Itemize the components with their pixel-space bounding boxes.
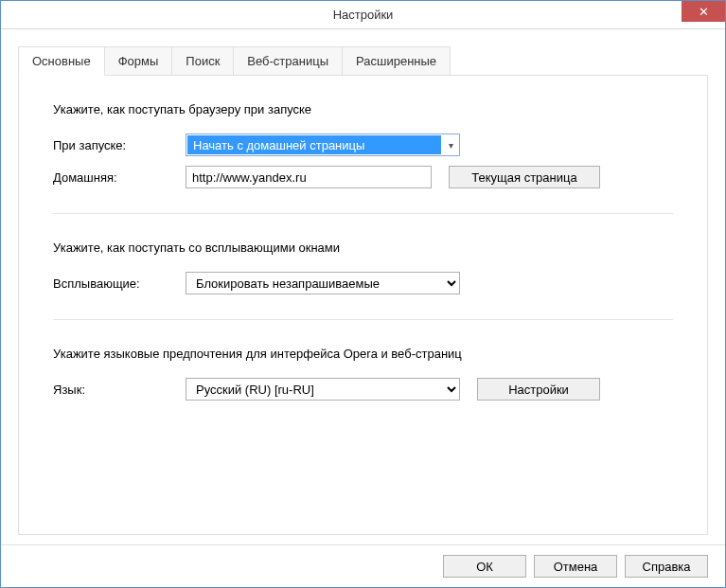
homepage-row: Домашняя: Текущая страница [53, 166, 673, 188]
tab-label: Поиск [186, 54, 220, 68]
startup-row: При запуске: Начать с домашней страницы … [53, 134, 673, 156]
window-title: Настройки [1, 8, 725, 22]
settings-window: Настройки ✕ Основные Формы Поиск Веб-стр… [0, 0, 726, 588]
dialog-footer: ОК Отмена Справка [1, 544, 725, 587]
tab-webpages[interactable]: Веб-страницы [233, 46, 343, 75]
tab-label: Расширенные [356, 54, 436, 68]
tab-advanced[interactable]: Расширенные [342, 46, 451, 75]
tab-panel-general: Укажите, как поступать браузеру при запу… [18, 76, 708, 535]
language-settings-button[interactable]: Настройки [477, 378, 600, 401]
language-select[interactable]: Русский (RU) [ru-RU] [186, 378, 460, 401]
home-label: Домашняя: [53, 170, 186, 185]
startup-heading: Укажите, как поступать браузеру при запу… [53, 102, 673, 116]
popups-heading: Укажите, как поступать со всплывающими о… [53, 241, 673, 255]
tab-label: Веб-страницы [247, 54, 328, 68]
divider [53, 213, 673, 214]
cancel-button[interactable]: Отмена [534, 555, 617, 578]
ok-button[interactable]: ОК [443, 555, 526, 578]
tab-label: Основные [32, 54, 91, 68]
tab-forms[interactable]: Формы [104, 46, 173, 75]
close-icon: ✕ [699, 5, 709, 19]
on-startup-label: При запуске: [53, 138, 186, 152]
popups-select[interactable]: Блокировать незапрашиваемые [186, 272, 460, 294]
tab-search[interactable]: Поиск [171, 46, 234, 75]
popups-row: Всплывающие: Блокировать незапрашиваемые [53, 272, 673, 294]
language-row: Язык: Русский (RU) [ru-RU] Настройки [53, 378, 673, 401]
titlebar: Настройки ✕ [1, 1, 725, 29]
tab-general[interactable]: Основные [18, 46, 105, 76]
on-startup-select[interactable]: Начать с домашней страницы ▾ [186, 134, 460, 156]
on-startup-value: Начать с домашней страницы [187, 135, 441, 154]
tab-strip: Основные Формы Поиск Веб-страницы Расшир… [18, 46, 708, 76]
home-input[interactable] [186, 166, 432, 188]
chevron-down-icon: ▾ [442, 140, 459, 151]
language-label: Язык: [53, 383, 186, 397]
popups-label: Всплывающие: [53, 276, 186, 291]
close-button[interactable]: ✕ [682, 1, 725, 22]
divider [53, 319, 673, 320]
help-button[interactable]: Справка [625, 555, 708, 578]
current-page-button[interactable]: Текущая страница [449, 166, 600, 188]
language-heading: Укажите языковые предпочтения для интерф… [53, 347, 673, 361]
content-area: Основные Формы Поиск Веб-страницы Расшир… [1, 29, 725, 544]
tab-label: Формы [118, 54, 159, 68]
